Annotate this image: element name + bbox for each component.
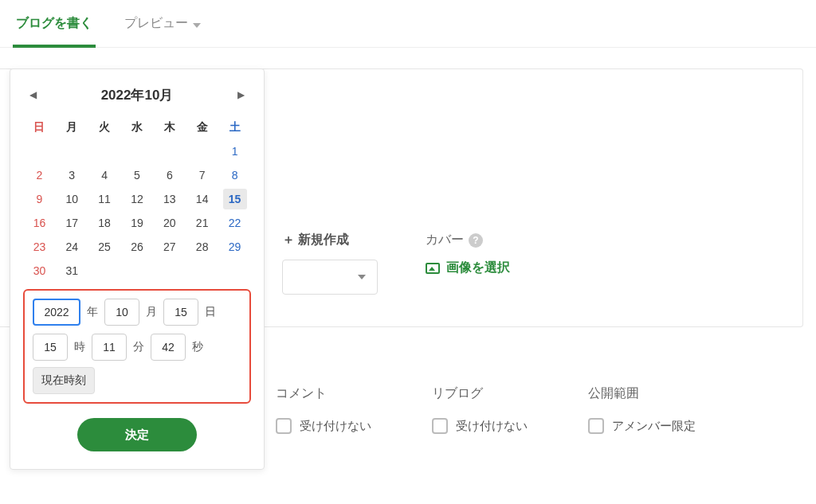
calendar-day — [88, 139, 121, 163]
new-create-link[interactable]: ＋ 新規作成 — [282, 232, 378, 248]
calendar-dow: 火 — [88, 115, 121, 139]
minute-input[interactable] — [92, 334, 127, 361]
calendar-day[interactable]: 26 — [121, 235, 154, 259]
cover-label-text: カバー — [426, 232, 464, 248]
calendar-day — [186, 259, 218, 283]
calendar-day — [88, 259, 121, 283]
calendar-day[interactable]: 4 — [88, 163, 121, 187]
comment-disable-checkbox[interactable]: 受け付けない — [276, 418, 371, 434]
calendar-day[interactable]: 27 — [153, 235, 186, 259]
month-input[interactable] — [104, 299, 139, 326]
calendar-day[interactable]: 16 — [23, 211, 56, 235]
hour-input[interactable] — [33, 334, 68, 361]
year-input[interactable] — [33, 299, 80, 326]
calendar-day[interactable]: 2 — [23, 163, 56, 187]
comment-cb-label: 受け付けない — [300, 419, 371, 434]
datetime-popup: ◀ 2022年10月 ▶ 日月火水木金土 1234567891011121314… — [10, 68, 265, 470]
prev-month-button[interactable]: ◀ — [23, 85, 42, 104]
cover-label: カバー ? — [426, 232, 510, 248]
calendar-day[interactable]: 14 — [186, 187, 218, 211]
chevron-down-icon — [358, 275, 366, 279]
category-select[interactable] — [282, 260, 378, 295]
reblog-cb-label: 受け付けない — [456, 419, 528, 434]
calendar-day[interactable]: 8 — [218, 163, 251, 187]
calendar-day[interactable]: 5 — [121, 163, 154, 187]
confirm-button[interactable]: 決定 — [77, 418, 197, 451]
calendar-day[interactable]: 15 — [218, 187, 251, 211]
year-unit: 年 — [87, 305, 98, 319]
visibility-member-checkbox[interactable]: アメンバー限定 — [588, 418, 696, 434]
next-month-button[interactable]: ▶ — [232, 85, 251, 104]
calendar-day[interactable]: 28 — [186, 235, 218, 259]
calendar-day — [121, 139, 154, 163]
calendar-day[interactable]: 7 — [186, 163, 218, 187]
calendar-day — [153, 259, 186, 283]
calendar-day[interactable]: 13 — [153, 187, 186, 211]
calendar-day — [218, 259, 251, 283]
calendar-day[interactable]: 22 — [218, 211, 251, 235]
comment-label: コメント — [276, 385, 371, 402]
second-unit: 秒 — [192, 340, 203, 354]
tab-preview-label: プレビュー — [124, 15, 188, 32]
calendar-dow: 木 — [153, 115, 186, 139]
reblog-label: リブログ — [432, 385, 528, 402]
calendar-day[interactable]: 11 — [88, 187, 121, 211]
calendar-day[interactable]: 29 — [218, 235, 251, 259]
calendar-dow: 水 — [121, 115, 154, 139]
calendar-title: 2022年10月 — [101, 86, 174, 104]
reblog-disable-checkbox[interactable]: 受け付けない — [432, 418, 528, 434]
now-button[interactable]: 現在時刻 — [33, 367, 95, 394]
select-image-label: 画像を選択 — [446, 260, 510, 276]
help-icon[interactable]: ? — [469, 233, 483, 248]
calendar-day[interactable]: 10 — [56, 187, 88, 211]
checkbox-icon — [432, 418, 448, 434]
calendar-day[interactable]: 17 — [56, 211, 88, 235]
visibility-cb-label: アメンバー限定 — [612, 419, 696, 434]
month-unit: 月 — [146, 305, 157, 319]
datetime-input-block: 年 月 日 時 分 秒 現在時刻 — [23, 289, 251, 404]
calendar-day — [56, 139, 88, 163]
calendar-dow: 土 — [218, 115, 251, 139]
tab-preview[interactable]: プレビュー — [124, 0, 201, 47]
calendar-day[interactable]: 1 — [218, 139, 251, 163]
calendar-day[interactable]: 21 — [186, 211, 218, 235]
calendar-day[interactable]: 6 — [153, 163, 186, 187]
calendar-dow: 月 — [56, 115, 88, 139]
select-image-button[interactable]: 画像を選択 — [426, 260, 510, 276]
calendar-dow: 金 — [186, 115, 218, 139]
plus-icon: ＋ — [282, 232, 295, 248]
calendar-day — [186, 139, 218, 163]
second-input[interactable] — [151, 334, 186, 361]
calendar-day — [121, 259, 154, 283]
chevron-down-icon — [193, 17, 201, 31]
hour-unit: 時 — [74, 340, 85, 354]
calendar-day[interactable]: 24 — [56, 235, 88, 259]
calendar-day — [153, 139, 186, 163]
calendar-day[interactable]: 19 — [121, 211, 154, 235]
day-unit: 日 — [205, 305, 216, 319]
calendar-day[interactable]: 23 — [23, 235, 56, 259]
calendar-day[interactable]: 12 — [121, 187, 154, 211]
checkbox-icon — [588, 418, 604, 434]
post-settings-row: コメント 受け付けない リブログ 受け付けない 公開範囲 アメンバー限定 — [276, 385, 696, 434]
calendar-day[interactable]: 3 — [56, 163, 88, 187]
checkbox-icon — [276, 418, 292, 434]
calendar-grid: 日月火水木金土 12345678910111213141516171819202… — [23, 115, 251, 283]
tab-write[interactable]: ブログを書く — [16, 0, 92, 47]
editor-tabs: ブログを書く プレビュー — [0, 0, 816, 48]
calendar-day[interactable]: 20 — [153, 211, 186, 235]
calendar-day[interactable]: 18 — [88, 211, 121, 235]
minute-unit: 分 — [133, 340, 144, 354]
calendar-day[interactable]: 9 — [23, 187, 56, 211]
calendar-day[interactable]: 25 — [88, 235, 121, 259]
calendar-day[interactable]: 31 — [56, 259, 88, 283]
visibility-label: 公開範囲 — [588, 385, 696, 402]
image-icon — [426, 263, 440, 274]
new-create-label: 新規作成 — [298, 232, 349, 248]
day-input[interactable] — [163, 299, 198, 326]
calendar-dow: 日 — [23, 115, 56, 139]
calendar-day — [23, 139, 56, 163]
calendar-day[interactable]: 30 — [23, 259, 56, 283]
